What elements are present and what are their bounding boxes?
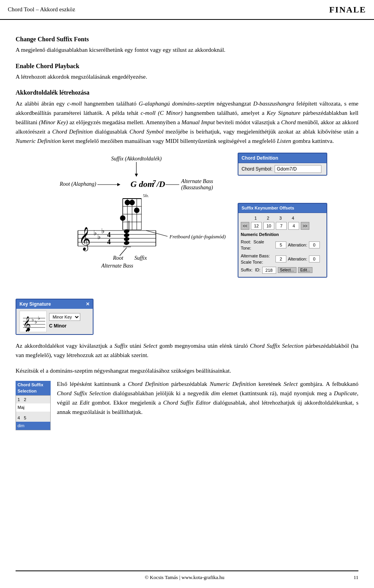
svg-text:Suffix (Akkordtoldalék): Suffix (Akkordtoldalék) [111, 156, 162, 162]
suffix-def-row: Suffix: ID: Select... Edit... [241, 267, 324, 274]
bottom-diagram-row: Key Signature ✕ 𝄞 ♭ ♭ ♭ [16, 295, 358, 335]
col-headers: 1 2 3 4 [241, 215, 324, 222]
arrow-right-btn[interactable]: >> [301, 222, 309, 230]
bottom-section-1: Az akkordtoldalékot vagy kiválasztjuk a … [16, 341, 358, 360]
edit-btn[interactable]: Edit... [298, 267, 313, 273]
svg-point-44 [123, 233, 130, 238]
num-cell-4: 4 [288, 222, 299, 230]
alt-bass-alt-input[interactable] [309, 255, 320, 262]
suffix-label-text: Suffix: ID: [241, 267, 261, 273]
page-footer: © Kocsis Tamás | www.kota-grafika.hu 11 [16, 570, 358, 581]
bottom-para-1: Az akkordtoldalékot vagy kiválasztjuk a … [16, 341, 358, 360]
svg-text:Suffix: Suffix [134, 255, 147, 261]
suffix-panel-body: 1 2 3 4 << 12 10 7 4 >> Nu [238, 213, 326, 277]
key-sig-staff: 𝄞 ♭ ♭ ♭ [19, 311, 47, 332]
svg-text:♭: ♭ [35, 319, 37, 325]
diagram-area: Suffix (Akkordtoldalék) Root (Alaphang) … [16, 153, 358, 288]
chord-def-body: Chord Symbol: [238, 163, 326, 175]
root-alt-input[interactable] [309, 241, 320, 248]
minor-key-dropdown[interactable]: Minor Key [49, 313, 80, 321]
svg-point-60 [27, 328, 30, 331]
suffix-keynumber-panel: Suffix Keynumber Offsets 1 2 3 4 << 12 1… [238, 203, 327, 278]
svg-point-43 [123, 237, 130, 241]
bottom-section-2: Készítsük el a domináns-szeptim négyesha… [16, 366, 358, 375]
svg-text:♭: ♭ [101, 227, 104, 235]
root-scale-tone-input[interactable] [275, 241, 286, 248]
num-2: 2 [24, 396, 26, 403]
svg-marker-2 [135, 174, 138, 177]
section-subtext-playback: A létrehozott akkordok megszólalásának e… [16, 72, 358, 81]
arrow-left-btn[interactable]: << [241, 222, 249, 230]
maj-row[interactable]: Maj [16, 403, 50, 412]
bottom-section-3: Chord Suffix Selection 1 2 Maj 4 5 dim E… [16, 379, 358, 430]
section-subtext-change-chord: A megjelenő dialógusablakban kicserélhet… [16, 46, 358, 55]
alt-bass-alt-label: Alteration: [288, 256, 307, 262]
svg-text:4: 4 [107, 231, 111, 239]
svg-text:/D: /D [156, 179, 165, 189]
col-hdr-3: 3 [275, 215, 286, 222]
svg-text:Root: Root [113, 255, 124, 261]
num-5: 5 [24, 415, 26, 421]
footer-copyright: © Kocsis Tamás | www.kota-grafika.hu [145, 574, 224, 581]
key-sig-title: Key Signature ✕ [16, 299, 93, 309]
svg-text:G dom: G dom [131, 179, 154, 189]
root-def-row: Root: Scale Tone: Alteration: [241, 239, 324, 252]
chord-diagram: Suffix (Akkordtoldalék) Root (Alaphang) … [47, 153, 226, 288]
select-btn[interactable]: Select... [278, 267, 296, 273]
svg-text:5fr.: 5fr. [143, 193, 149, 198]
header-title: Chord Tool – Akkord eszköz [8, 5, 75, 14]
key-sig-title-text: Key Signature [19, 301, 51, 308]
suffix-id-input[interactable] [262, 267, 276, 274]
col-hdr-2: 2 [263, 215, 273, 222]
page-content: Change Chord Suffix Fonts A megjelenő di… [0, 20, 374, 446]
alt-bass-scale-input[interactable] [275, 255, 286, 262]
svg-point-26 [120, 215, 125, 221]
section-body-akkord: Az alábbi ábrán egy c-moll hangnemben ta… [16, 99, 358, 146]
section-heading-playback: Enable Chord Playback [16, 62, 358, 71]
key-sig-controls: Minor Key C Minor [49, 313, 80, 329]
svg-point-23 [125, 200, 130, 205]
svg-line-49 [120, 248, 127, 256]
num-cell-3: 7 [276, 222, 287, 230]
chord-symbol-row: Chord Symbol: [242, 165, 323, 173]
num-cell-1: 12 [251, 222, 262, 230]
svg-text:(Basszushang): (Basszushang) [181, 185, 213, 191]
svg-text:Alternate Bass: Alternate Bass [181, 178, 213, 184]
num-4: 4 [18, 415, 20, 421]
num-1: 1 [18, 396, 20, 403]
chord-symbol-input[interactable] [275, 165, 321, 173]
top-nums-row: 1 2 [16, 396, 50, 404]
suffix-panel-title: Suffix Keynumber Offsets [238, 204, 326, 213]
bottom-nums-row: 4 5 [16, 414, 50, 422]
suffix-sel-body: 1 2 Maj 4 5 dim [16, 395, 51, 430]
svg-text:Fretboard (gitár-fogásmód): Fretboard (gitár-fogásmód) [169, 234, 226, 239]
number-row: << 12 10 7 4 >> [241, 222, 324, 230]
key-name-display: C Minor [49, 322, 80, 329]
svg-text:𝄞: 𝄞 [79, 227, 91, 252]
svg-text:♭: ♭ [97, 233, 101, 241]
header-brand: FINALE [329, 3, 366, 16]
section-heading-change-chord: Change Chord Suffix Fonts [16, 35, 358, 44]
dim-row[interactable]: dim [16, 422, 50, 430]
chord-symbol-label: Chord Symbol: [242, 165, 272, 173]
svg-text:♭: ♭ [38, 315, 40, 321]
key-sig-body: 𝄞 ♭ ♭ ♭ Minor Key C Minor [16, 309, 93, 334]
svg-point-42 [123, 241, 130, 245]
svg-line-27 [146, 231, 168, 236]
page-number: 11 [353, 574, 358, 581]
section-heading-akkord: Akkordtoldalék létrehozása [16, 88, 358, 97]
key-sig-close-btn[interactable]: ✕ [86, 301, 90, 308]
chord-def-title: Chord Definition [238, 153, 326, 163]
key-sig-staff-svg: 𝄞 ♭ ♭ ♭ [20, 311, 46, 332]
svg-text:4: 4 [107, 238, 111, 246]
bottom-para-3: Első lépésként kattintsunk a Chord Defin… [16, 379, 358, 417]
key-sig-panel: Key Signature ✕ 𝄞 ♭ ♭ ♭ [16, 299, 94, 335]
svg-marker-5 [117, 183, 120, 186]
col-hdr-4: 4 [288, 215, 298, 222]
numeric-def-label: Numeric Definition [241, 231, 324, 238]
chord-def-panel: Chord Definition Chord Symbol: [238, 153, 327, 176]
suffix-sel-title: Chord Suffix Selection [16, 381, 51, 395]
bottom-para-2: Készítsük el a domináns-szeptim négyesha… [16, 366, 358, 375]
alt-bass-label: Alternate Bass: Scale Tone: [241, 253, 274, 266]
svg-text:Root (Alaphang): Root (Alaphang) [59, 181, 96, 187]
